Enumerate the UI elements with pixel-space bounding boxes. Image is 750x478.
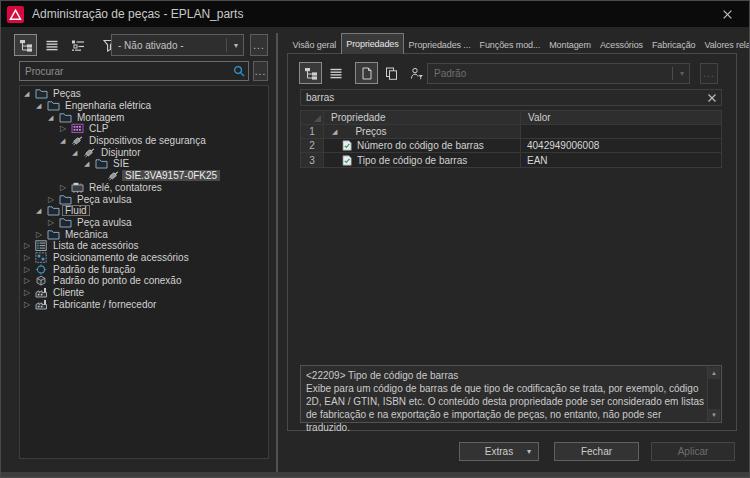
value-cell[interactable]: EAN xyxy=(521,153,721,167)
row-number: 3 xyxy=(301,153,324,167)
search-input[interactable] xyxy=(20,66,230,77)
table-row-precos[interactable]: 1 ◢Preços xyxy=(301,125,721,139)
property-label: Tipo de código de barras xyxy=(357,155,467,166)
expander-icon[interactable] xyxy=(36,100,47,111)
factory-icon xyxy=(35,287,50,298)
aplicar-label: Aplicar xyxy=(678,446,709,457)
value-cell[interactable] xyxy=(521,125,721,138)
tree-item-sie-3va9157[interactable]: SIE.3VA9157-0FK25 xyxy=(20,170,268,182)
tree-item-padrao-ponto-conexao[interactable]: Padrão do ponto de conexão xyxy=(20,275,268,287)
value-cell[interactable]: 4042949006008 xyxy=(521,139,721,152)
user-filter-button[interactable] xyxy=(405,62,428,84)
corner-triangle-icon xyxy=(314,115,321,122)
expander-icon[interactable] xyxy=(24,240,35,251)
combined-view-button[interactable] xyxy=(66,34,89,56)
fechar-button[interactable]: Fechar xyxy=(554,442,639,461)
tree-item-disjuntor[interactable]: Disjuntor xyxy=(20,146,268,158)
search-more-button[interactable]: ... xyxy=(253,61,268,81)
title-bar: Administração de peças - EPLAN_parts xyxy=(1,1,749,27)
description-title: <22209> Tipo de código de barras xyxy=(306,370,458,381)
expander-icon[interactable] xyxy=(60,182,71,193)
aplicar-button[interactable]: Aplicar xyxy=(651,442,735,461)
tree-item-mecanica[interactable]: Mecânica xyxy=(20,228,268,240)
property-label: Número do código de barras xyxy=(357,140,484,151)
tree-item-pecas[interactable]: Peças xyxy=(20,88,268,100)
search-box xyxy=(19,61,249,81)
tab-montagem[interactable]: Montagem xyxy=(545,36,596,54)
extras-button[interactable]: Extras ▾ xyxy=(459,442,539,461)
scroll-down-icon[interactable]: ▼ xyxy=(708,409,720,421)
tab-funcoes-modelos[interactable]: Funções mod... xyxy=(475,36,545,54)
expander-icon[interactable] xyxy=(36,229,47,240)
tree-item-lista-acessorios[interactable]: Lista de acessórios xyxy=(20,240,268,252)
panel-splitter[interactable] xyxy=(276,33,278,473)
tab-acessorios[interactable]: Acessórios xyxy=(595,36,647,54)
expander-icon[interactable] xyxy=(72,147,83,158)
new-property-button[interactable] xyxy=(355,62,378,84)
expander-icon[interactable] xyxy=(24,275,35,286)
tab-fabricacao[interactable]: Fabricação xyxy=(647,36,700,54)
tree-item-dispositivos-seguranca[interactable]: Dispositivos de segurança xyxy=(20,135,268,147)
tree-item-peca-avulsa-2[interactable]: Peça avulsa xyxy=(20,217,268,229)
group-expander-icon[interactable]: ◢ xyxy=(332,128,337,136)
value-column-header[interactable]: Valor xyxy=(521,111,721,124)
description-body: Exibe para um código de barras de que ti… xyxy=(306,383,704,433)
tab-propriedades[interactable]: Propriedades xyxy=(341,33,404,54)
copy-property-button[interactable] xyxy=(380,62,403,84)
tree-item-rele-contatores[interactable]: Relé, contatores xyxy=(20,182,268,194)
description-scrollbar[interactable]: ▲ ▼ xyxy=(707,366,721,422)
tree-item-clp[interactable]: CLP xyxy=(20,123,268,135)
list-view-button[interactable] xyxy=(40,34,63,56)
search-icon[interactable] xyxy=(230,65,248,77)
tree-item-padrao-furacao[interactable]: Padrão de furação xyxy=(20,263,268,275)
tree-item-fluid[interactable]: Fluid xyxy=(20,205,268,217)
tree-item-montagem[interactable]: Montagem xyxy=(20,111,268,123)
window-resize-edge[interactable] xyxy=(1,472,749,477)
expander-icon[interactable] xyxy=(48,217,59,228)
table-row-numero-codigo-barras[interactable]: 2 Número do código de barras 40429490060… xyxy=(301,139,721,153)
tree-view-button[interactable] xyxy=(299,62,322,84)
expander-icon[interactable] xyxy=(24,287,35,298)
property-filter-input[interactable] xyxy=(301,92,703,103)
filter-scheme-dropdown[interactable]: - Não ativado - ▾ xyxy=(111,34,244,56)
expander-icon[interactable] xyxy=(60,123,71,134)
list-view-button[interactable] xyxy=(324,62,347,84)
clear-filter-icon[interactable] xyxy=(703,93,721,103)
scheme-more-button[interactable]: ... xyxy=(700,63,718,84)
expander-icon[interactable] xyxy=(60,135,71,146)
expander-icon[interactable] xyxy=(24,252,35,263)
expander-icon[interactable] xyxy=(24,88,35,99)
expander-icon[interactable] xyxy=(24,299,35,310)
device-icon xyxy=(107,170,122,181)
tree-item-fabricante-fornecedor[interactable]: Fabricante / fornecedor xyxy=(20,298,268,310)
folder-icon xyxy=(59,194,74,205)
window-title: Administração de peças - EPLAN_parts xyxy=(32,7,243,21)
table-row-tipo-codigo-barras[interactable]: 3 Tipo de código de barras EAN xyxy=(301,153,721,167)
property-column-header[interactable]: Propriedade xyxy=(324,111,521,124)
tree-item-peca-avulsa-1[interactable]: Peça avulsa xyxy=(20,193,268,205)
filter-more-button[interactable]: ... xyxy=(250,34,268,56)
expander-icon[interactable] xyxy=(48,194,59,205)
tree-item-cliente[interactable]: Cliente xyxy=(20,287,268,299)
tab-propriedades-2[interactable]: Propriedades ... xyxy=(404,36,475,54)
close-icon[interactable] xyxy=(713,5,741,24)
expander-icon[interactable] xyxy=(84,158,95,169)
expander-icon[interactable] xyxy=(24,264,35,275)
properties-panel: Padrão ▾ ... Propriedade Valor 1 ◢Preços… xyxy=(287,53,737,431)
tab-visao-geral[interactable]: Visão geral xyxy=(288,36,341,54)
expander-icon[interactable] xyxy=(48,112,59,123)
tree-item-engenharia-eletrica[interactable]: Engenharia elétrica xyxy=(20,100,268,112)
row-number-header xyxy=(301,111,324,124)
scroll-up-icon[interactable]: ▲ xyxy=(708,367,720,379)
tree-view-button[interactable] xyxy=(14,34,37,56)
tree-item-sie[interactable]: SIE xyxy=(20,158,268,170)
tab-valores-relacionados[interactable]: Valores relacio... xyxy=(700,36,750,54)
folder-icon xyxy=(47,100,62,111)
scheme-dropdown[interactable]: Padrão ▾ xyxy=(427,63,690,84)
plc-icon xyxy=(71,123,86,134)
folder-icon xyxy=(47,205,62,216)
chevron-down-icon: ▾ xyxy=(680,69,684,78)
expander-icon[interactable] xyxy=(36,205,47,216)
fechar-label: Fechar xyxy=(581,446,612,457)
tree-item-posicionamento-acessorios[interactable]: Posicionamento de acessórios xyxy=(20,252,268,264)
